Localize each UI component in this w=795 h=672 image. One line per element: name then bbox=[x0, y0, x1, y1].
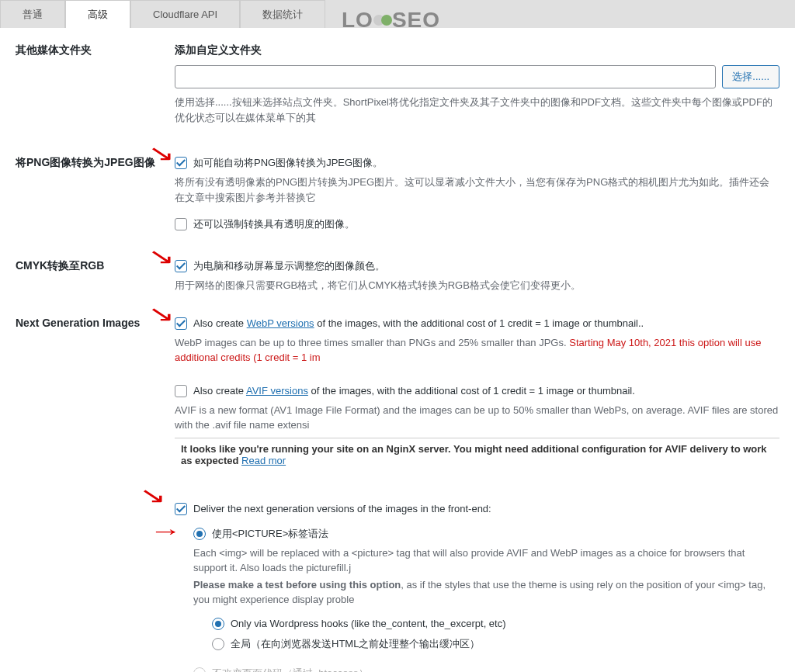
cmyk-rgb-desc: 用于网络的图像只需要RGB格式，将它们从CMYK格式转换为RGB格式会使它们变得… bbox=[175, 278, 779, 293]
png-jpeg-label: 将PNG图像转换为JPEG图像 bbox=[16, 156, 175, 170]
tab-stats[interactable]: 数据统计 bbox=[240, 0, 325, 28]
picture-label: 使用<PICTURE>标签语法 bbox=[212, 527, 328, 541]
media-folder-input[interactable] bbox=[175, 65, 716, 88]
nextgen-label: Next Generation Images bbox=[16, 317, 175, 329]
webp-link[interactable]: WebP versions bbox=[247, 317, 314, 329]
tab-advanced[interactable]: 高级 bbox=[65, 0, 130, 28]
global-label: 全局（在向浏览器发送HTML之前处理整个输出缓冲区） bbox=[231, 637, 480, 651]
htaccess-radio bbox=[193, 667, 206, 673]
png-jpeg-force-checkbox[interactable] bbox=[175, 218, 187, 230]
hooks-label: Only via Wordpress hooks (like the_conte… bbox=[231, 617, 506, 631]
deliver-checkbox[interactable] bbox=[175, 503, 187, 515]
avif-checkbox[interactable] bbox=[175, 385, 187, 397]
hooks-radio[interactable] bbox=[212, 618, 224, 630]
global-radio[interactable] bbox=[212, 638, 224, 650]
png-jpeg-auto-label: 如可能自动将PNG图像转换为JPEG图像。 bbox=[193, 156, 383, 170]
webp-post: of the images, with the additional cost … bbox=[314, 317, 644, 329]
picture-desc2-bold: Please make a test before using this opt… bbox=[193, 579, 401, 591]
tab-normal[interactable]: 普通 bbox=[0, 0, 65, 28]
avif-link[interactable]: AVIF versions bbox=[246, 385, 308, 397]
cmyk-rgb-chk-label: 为电脑和移动屏幕显示调整您的图像颜色。 bbox=[193, 259, 385, 273]
cmyk-rgb-label: CMYK转换至RGB bbox=[16, 259, 175, 273]
browse-button[interactable]: 选择...... bbox=[722, 65, 779, 88]
tab-cloudflare[interactable]: Cloudflare API bbox=[130, 0, 240, 28]
picture-radio[interactable] bbox=[193, 528, 206, 540]
avif-readmore-link[interactable]: Read mor bbox=[241, 455, 286, 466]
webp-checkbox[interactable] bbox=[175, 317, 187, 330]
png-jpeg-force-label: 还可以强制转换具有透明度的图像。 bbox=[193, 217, 355, 231]
media-folder-desc: 使用选择......按钮来选择站点文件夹。ShortPixel将优化指定文件夹及… bbox=[175, 95, 779, 125]
avif-pre: Also create bbox=[193, 385, 246, 397]
png-jpeg-auto-checkbox[interactable] bbox=[175, 157, 187, 169]
avif-desc: AVIF is a new format (AV1 Image File For… bbox=[175, 403, 779, 433]
media-folder-title: 添加自定义文件夹 bbox=[175, 43, 779, 57]
media-folder-label: 其他媒体文件夹 bbox=[16, 43, 175, 57]
cmyk-rgb-checkbox[interactable] bbox=[175, 260, 187, 272]
htaccess-label: 不改变页面代码（通过 .htaccess） bbox=[212, 667, 369, 673]
picture-desc1: Each <img> will be replaced with a <pict… bbox=[193, 546, 779, 576]
webp-pre: Also create bbox=[193, 317, 247, 329]
png-jpeg-desc: 将所有没有透明像素的PNG图片转换为JPEG图片。这可以显著减小文件大小，当您有… bbox=[175, 175, 779, 205]
deliver-label: Deliver the next generation versions of … bbox=[193, 502, 491, 516]
avif-post: of the images, with the additional cost … bbox=[308, 385, 635, 397]
webp-desc-pre: WebP images can be up to three times sma… bbox=[175, 337, 569, 348]
